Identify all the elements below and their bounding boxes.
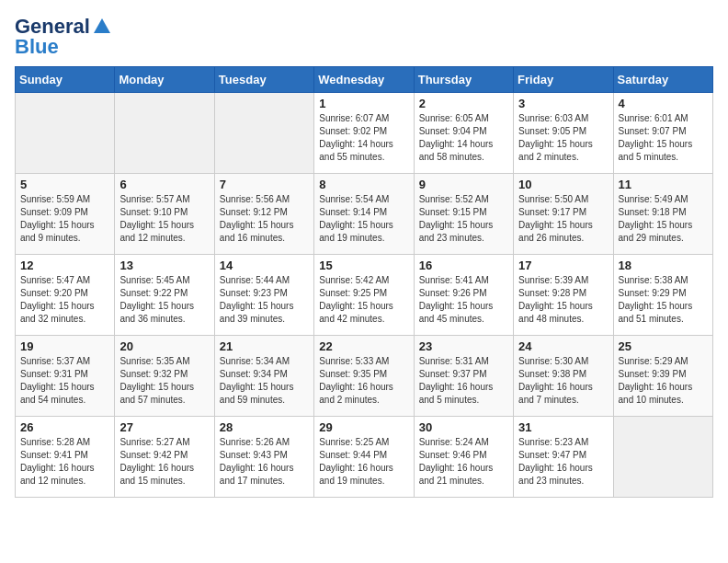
day-number: 4 [619,97,708,110]
weekday-header-thursday: Thursday [414,67,513,93]
calendar-cell [613,417,712,498]
calendar-cell [214,93,313,174]
day-info: Sunrise: 5:28 AM Sunset: 9:41 PM Dayligh… [20,436,109,488]
day-number: 24 [518,339,608,353]
calendar-cell: 13Sunrise: 5:45 AM Sunset: 9:22 PM Dayli… [115,255,214,336]
day-number: 16 [419,259,508,272]
calendar-cell: 2Sunrise: 6:05 AM Sunset: 9:04 PM Daylig… [414,93,513,174]
day-number: 6 [119,178,209,191]
calendar-cell: 16Sunrise: 5:41 AM Sunset: 9:26 PM Dayli… [414,255,513,336]
day-info: Sunrise: 5:25 AM Sunset: 9:44 PM Dayligh… [319,436,408,488]
day-number: 9 [419,178,508,191]
weekday-header-tuesday: Tuesday [214,67,313,93]
day-info: Sunrise: 5:33 AM Sunset: 9:35 PM Dayligh… [319,355,408,407]
calendar-cell: 12Sunrise: 5:47 AM Sunset: 9:20 PM Dayli… [16,255,115,336]
calendar-cell: 29Sunrise: 5:25 AM Sunset: 9:44 PM Dayli… [314,417,414,498]
day-info: Sunrise: 5:37 AM Sunset: 9:31 PM Dayligh… [20,355,109,407]
day-info: Sunrise: 5:30 AM Sunset: 9:38 PM Dayligh… [518,355,608,407]
calendar-week-row: 26Sunrise: 5:28 AM Sunset: 9:41 PM Dayli… [16,417,713,498]
calendar-cell: 15Sunrise: 5:42 AM Sunset: 9:25 PM Dayli… [314,255,414,336]
day-number: 23 [419,339,508,353]
calendar-cell [16,93,115,174]
calendar-cell: 11Sunrise: 5:49 AM Sunset: 9:18 PM Dayli… [613,174,712,255]
day-info: Sunrise: 5:49 AM Sunset: 9:18 PM Dayligh… [619,193,708,245]
calendar-table: SundayMondayTuesdayWednesdayThursdayFrid… [15,66,713,498]
day-info: Sunrise: 5:23 AM Sunset: 9:47 PM Dayligh… [518,436,608,488]
day-info: Sunrise: 5:45 AM Sunset: 9:22 PM Dayligh… [119,274,209,326]
day-number: 31 [518,420,608,434]
calendar-cell: 27Sunrise: 5:27 AM Sunset: 9:42 PM Dayli… [115,417,214,498]
calendar-week-row: 19Sunrise: 5:37 AM Sunset: 9:31 PM Dayli… [16,336,713,417]
day-number: 3 [518,97,608,110]
day-number: 28 [220,420,309,434]
day-number: 15 [319,259,408,272]
day-number: 7 [220,178,309,191]
calendar-cell: 6Sunrise: 5:57 AM Sunset: 9:10 PM Daylig… [115,174,214,255]
svg-marker-0 [94,18,110,33]
weekday-header-saturday: Saturday [613,67,712,93]
calendar-cell: 24Sunrise: 5:30 AM Sunset: 9:38 PM Dayli… [514,336,613,417]
day-number: 17 [518,259,608,272]
day-number: 25 [619,339,708,353]
day-number: 20 [119,339,209,353]
calendar-cell: 9Sunrise: 5:52 AM Sunset: 9:15 PM Daylig… [414,174,513,255]
day-number: 14 [220,259,309,272]
calendar-week-row: 5Sunrise: 5:59 AM Sunset: 9:09 PM Daylig… [16,174,713,255]
calendar-cell: 22Sunrise: 5:33 AM Sunset: 9:35 PM Dayli… [314,336,414,417]
day-number: 2 [419,97,508,110]
day-info: Sunrise: 5:26 AM Sunset: 9:43 PM Dayligh… [220,436,309,488]
calendar-cell: 8Sunrise: 5:54 AM Sunset: 9:14 PM Daylig… [314,174,414,255]
day-info: Sunrise: 5:56 AM Sunset: 9:12 PM Dayligh… [220,193,309,245]
day-number: 27 [119,420,209,434]
calendar-cell: 26Sunrise: 5:28 AM Sunset: 9:41 PM Dayli… [16,417,115,498]
day-info: Sunrise: 5:44 AM Sunset: 9:23 PM Dayligh… [220,274,309,326]
day-number: 12 [20,259,109,272]
day-number: 19 [20,339,109,353]
day-info: Sunrise: 5:24 AM Sunset: 9:46 PM Dayligh… [419,436,508,488]
calendar-cell: 20Sunrise: 5:35 AM Sunset: 9:32 PM Dayli… [115,336,214,417]
calendar-week-row: 12Sunrise: 5:47 AM Sunset: 9:20 PM Dayli… [16,255,713,336]
day-info: Sunrise: 5:57 AM Sunset: 9:10 PM Dayligh… [119,193,209,245]
page-header: General Blue [15,15,713,59]
calendar-cell: 7Sunrise: 5:56 AM Sunset: 9:12 PM Daylig… [214,174,313,255]
day-info: Sunrise: 5:54 AM Sunset: 9:14 PM Dayligh… [319,193,408,245]
calendar-cell: 21Sunrise: 5:34 AM Sunset: 9:34 PM Dayli… [214,336,313,417]
day-info: Sunrise: 5:59 AM Sunset: 9:09 PM Dayligh… [20,193,109,245]
calendar-cell: 17Sunrise: 5:39 AM Sunset: 9:28 PM Dayli… [514,255,613,336]
day-info: Sunrise: 5:47 AM Sunset: 9:20 PM Dayligh… [20,274,109,326]
calendar-cell [115,93,214,174]
day-number: 26 [20,420,109,434]
day-info: Sunrise: 5:35 AM Sunset: 9:32 PM Dayligh… [119,355,209,407]
calendar-cell: 19Sunrise: 5:37 AM Sunset: 9:31 PM Dayli… [16,336,115,417]
day-info: Sunrise: 6:03 AM Sunset: 9:05 PM Dayligh… [518,112,608,164]
calendar-cell: 5Sunrise: 5:59 AM Sunset: 9:09 PM Daylig… [16,174,115,255]
calendar-cell: 28Sunrise: 5:26 AM Sunset: 9:43 PM Dayli… [214,417,313,498]
day-info: Sunrise: 5:27 AM Sunset: 9:42 PM Dayligh… [119,436,209,488]
day-number: 10 [518,178,608,191]
day-number: 30 [419,420,508,434]
logo: General Blue [15,15,112,59]
logo-icon [92,17,112,37]
calendar-cell: 25Sunrise: 5:29 AM Sunset: 9:39 PM Dayli… [613,336,712,417]
weekday-header-monday: Monday [115,67,214,93]
calendar-header-row: SundayMondayTuesdayWednesdayThursdayFrid… [16,67,713,93]
day-info: Sunrise: 5:39 AM Sunset: 9:28 PM Dayligh… [518,274,608,326]
day-info: Sunrise: 5:41 AM Sunset: 9:26 PM Dayligh… [419,274,508,326]
day-number: 22 [319,339,408,353]
day-info: Sunrise: 5:50 AM Sunset: 9:17 PM Dayligh… [518,193,608,245]
day-info: Sunrise: 6:07 AM Sunset: 9:02 PM Dayligh… [319,112,408,164]
day-number: 1 [319,97,408,110]
calendar-cell: 30Sunrise: 5:24 AM Sunset: 9:46 PM Dayli… [414,417,513,498]
day-info: Sunrise: 5:52 AM Sunset: 9:15 PM Dayligh… [419,193,508,245]
day-info: Sunrise: 5:38 AM Sunset: 9:29 PM Dayligh… [619,274,708,326]
day-info: Sunrise: 5:29 AM Sunset: 9:39 PM Dayligh… [619,355,708,407]
day-number: 13 [119,259,209,272]
day-number: 11 [619,178,708,191]
day-number: 8 [319,178,408,191]
calendar-cell: 31Sunrise: 5:23 AM Sunset: 9:47 PM Dayli… [514,417,613,498]
day-number: 21 [220,339,309,353]
calendar-week-row: 1Sunrise: 6:07 AM Sunset: 9:02 PM Daylig… [16,93,713,174]
logo-blue-text: Blue [15,35,59,59]
calendar-cell: 4Sunrise: 6:01 AM Sunset: 9:07 PM Daylig… [613,93,712,174]
day-info: Sunrise: 6:05 AM Sunset: 9:04 PM Dayligh… [419,112,508,164]
